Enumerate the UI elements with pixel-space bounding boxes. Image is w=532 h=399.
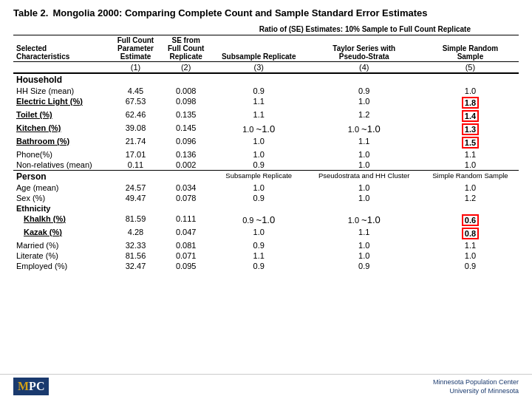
row-se: 0.136 (161, 149, 211, 160)
row-label: Phone(%) (13, 149, 110, 160)
tilde-marker: ~1.0 (256, 214, 276, 225)
row-simple: 1.3 (422, 123, 519, 136)
row-se: 0.008 (161, 86, 211, 96)
row-sub: 0.9 ~1.0 (211, 214, 307, 227)
col-num-2: (2) (161, 62, 211, 74)
row-se: 0.078 (161, 193, 211, 203)
household-col3 (211, 73, 307, 86)
red-box-value: 0.8 (462, 228, 479, 239)
table-row: Married (%) 32.33 0.081 0.9 1.0 1.1 (13, 240, 519, 250)
col-num-5: (5) (422, 62, 519, 74)
row-fc: 32.47 (110, 261, 160, 271)
row-taylor: 1.2 (307, 109, 422, 123)
row-se: 0.135 (161, 109, 211, 123)
person-header-row: Person Subsample Replicate Pseudostrata … (13, 171, 519, 183)
row-fc: 39.08 (110, 123, 160, 136)
col-num-3: (3) (211, 62, 307, 74)
row-simple: 1.0 (422, 160, 519, 171)
row-fc: 4.45 (110, 86, 160, 96)
household-header-row: Household (13, 73, 519, 86)
row-label: Bathroom (%) (13, 136, 110, 149)
table-row: HH Size (mean) 4.45 0.008 0.9 0.9 1.0 (13, 86, 519, 96)
eth-col4 (307, 203, 422, 214)
table-row: Age (mean) 24.57 0.034 1.0 1.0 1.0 (13, 183, 519, 193)
col-num-0 (13, 62, 110, 74)
row-sub: 1.0 (211, 149, 307, 160)
table-row: Toilet (%) 62.46 0.135 1.1 1.2 1.4 (13, 109, 519, 123)
red-box-value: 1.3 (462, 123, 479, 135)
table-row: Non-relatives (mean) 0.11 0.002 0.9 1.0 … (13, 160, 519, 171)
row-taylor: 1.0 (307, 96, 422, 109)
row-label: Married (%) (13, 240, 110, 250)
row-simple: 0.8 (422, 227, 519, 240)
eth-col5 (422, 203, 519, 214)
row-sub: 0.9 (211, 193, 307, 203)
household-col5 (422, 73, 519, 86)
col-se-from: SE fromFull CountReplicate (161, 35, 211, 62)
row-taylor: 1.0 (307, 160, 422, 171)
row-simple: 1.5 (422, 136, 519, 149)
row-sub: 1.1 (211, 250, 307, 261)
row-simple: 1.2 (422, 193, 519, 203)
row-fc: 24.57 (110, 183, 160, 193)
eth-col1 (110, 203, 160, 214)
row-taylor: 1.0 (307, 183, 422, 193)
logo-m: M (18, 380, 29, 392)
row-label: Electric Light (%) (13, 96, 110, 109)
row-fc: 81.59 (110, 214, 160, 227)
row-label: Sex (%) (13, 193, 110, 203)
household-col4 (307, 73, 422, 86)
row-label: Employed (%) (13, 261, 110, 271)
row-taylor: 1.0 ~1.0 (307, 214, 422, 227)
row-sub: 1.1 (211, 96, 307, 109)
row-fc: 17.01 (110, 149, 160, 160)
red-box-value: 1.8 (462, 97, 479, 109)
row-label: Literate (%) (13, 250, 110, 261)
row-fc: 49.47 (110, 193, 160, 203)
row-se: 0.034 (161, 183, 211, 193)
footer: MPC Minnesota Population Center Universi… (0, 374, 532, 399)
person-simple-header: Simple Random Sample (422, 171, 519, 183)
col-subsample: Subsample Replicate (211, 35, 307, 62)
person-col1 (110, 171, 160, 183)
row-simple: 1.4 (422, 109, 519, 123)
row-se: 0.095 (161, 261, 211, 271)
eth-col2 (161, 203, 211, 214)
person-sub-header: Subsample Replicate (211, 171, 307, 183)
org-line2: University of Minnesota (433, 386, 519, 396)
person-header: Person (13, 171, 110, 183)
row-fc: 4.28 (110, 227, 160, 240)
row-taylor: 1.0 ~1.0 (307, 123, 422, 136)
table-label: Table 2. (13, 7, 48, 18)
row-sub: 1.0 (211, 183, 307, 193)
ethnicity-header: Ethnicity (13, 203, 110, 214)
row-simple: 0.6 (422, 214, 519, 227)
table-title: Mongolia 2000: Comparing Complete Count … (52, 7, 427, 18)
col-full-count: Full CountParameterEstimate (110, 35, 160, 62)
row-simple: 1.1 (422, 149, 519, 160)
col-selected-char: SelectedCharacteristics (13, 35, 110, 62)
footer-org-text: Minnesota Population Center University o… (433, 378, 519, 396)
person-col2 (161, 171, 211, 183)
row-label: Toilet (%) (13, 109, 110, 123)
red-box-value: 0.6 (462, 214, 479, 226)
row-fc: 67.53 (110, 96, 160, 109)
row-simple: 1.0 (422, 86, 519, 96)
table-row: Sex (%) 49.47 0.078 0.9 1.0 1.2 (13, 193, 519, 203)
tilde-marker: ~1.0 (361, 214, 381, 225)
row-taylor: 1.1 (307, 136, 422, 149)
household-col1 (110, 73, 160, 86)
col-num-4: (4) (307, 62, 422, 74)
row-se: 0.071 (161, 250, 211, 261)
table-row: Kitchen (%) 39.08 0.145 1.0 ~1.0 1.0 ~1.… (13, 123, 519, 136)
table-row: Electric Light (%) 67.53 0.098 1.1 1.0 1… (13, 96, 519, 109)
row-taylor: 1.0 (307, 149, 422, 160)
table-row: Phone(%) 17.01 0.136 1.0 1.0 1.1 (13, 149, 519, 160)
row-simple: 1.1 (422, 240, 519, 250)
row-label: Kitchen (%) (13, 123, 110, 136)
tilde-marker: ~1.0 (361, 123, 381, 134)
row-simple: 1.0 (422, 250, 519, 261)
row-sub: 0.9 (211, 86, 307, 96)
ratio-header: Ratio of (SE) Estimates: 10% Sample to F… (211, 24, 519, 35)
row-fc: 81.56 (110, 250, 160, 261)
